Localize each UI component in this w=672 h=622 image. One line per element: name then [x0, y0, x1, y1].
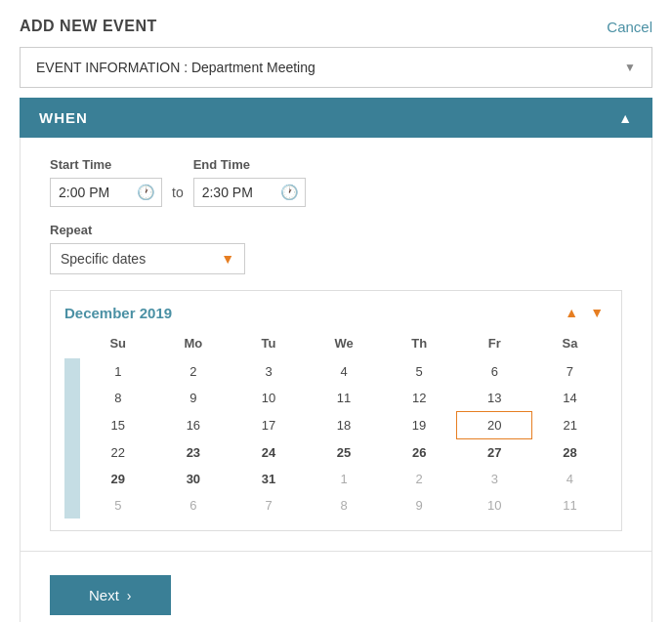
- day-header-sa: Sa: [532, 332, 608, 358]
- calendar-day-cell[interactable]: 7: [231, 492, 306, 518]
- calendar-day-cell[interactable]: 7: [532, 358, 608, 385]
- day-header-tu: Tu: [231, 332, 306, 358]
- week-col-header: [64, 332, 80, 358]
- calendar-day-cell[interactable]: 31: [231, 466, 306, 492]
- calendar-day-cell[interactable]: 13: [457, 385, 532, 412]
- week-marker-cell: [64, 439, 80, 467]
- when-section-header[interactable]: WHEN ▲: [20, 98, 652, 138]
- calendar-day-cell[interactable]: 2: [155, 358, 231, 385]
- calendar-day-cell[interactable]: 22: [80, 439, 155, 467]
- footer-row: Next ›: [20, 552, 652, 622]
- calendar-day-cell[interactable]: 20: [457, 412, 532, 439]
- calendar-week-row: 1234567: [64, 358, 608, 385]
- next-button-label: Next: [89, 587, 119, 603]
- to-label: to: [172, 185, 184, 200]
- calendar-day-cell[interactable]: 29: [80, 466, 155, 492]
- calendar-day-cell[interactable]: 18: [307, 412, 382, 439]
- week-marker-cell: [64, 492, 80, 518]
- end-time-group: End Time 🕐: [193, 157, 306, 207]
- week-marker-cell: [64, 385, 80, 412]
- modal-container: ADD NEW EVENT Cancel EVENT INFORMATION :…: [0, 0, 672, 622]
- calendar-day-cell[interactable]: 12: [382, 385, 457, 412]
- calendar-week-row: 22232425262728: [64, 439, 608, 467]
- event-info-arrow: ▼: [624, 61, 636, 74]
- calendar: December 2019 ▲ ▼ Su Mo Tu We Th Fr: [50, 290, 622, 531]
- when-section-body: Start Time 🕐 to End Time 🕐 Repeat Specif…: [20, 138, 652, 552]
- calendar-nav: ▲ ▼: [561, 303, 608, 322]
- end-time-input-wrap[interactable]: 🕐: [193, 178, 306, 207]
- start-time-label: Start Time: [50, 157, 162, 172]
- calendar-day-cell[interactable]: 1: [307, 466, 382, 492]
- calendar-day-cell[interactable]: 8: [307, 492, 382, 518]
- calendar-week-row: 2930311234: [64, 466, 608, 492]
- repeat-group: Repeat Specific dates ▼: [50, 223, 622, 274]
- calendar-day-cell[interactable]: 21: [532, 412, 608, 439]
- event-info-label: EVENT INFORMATION : Department Meeting: [36, 60, 315, 75]
- calendar-day-cell[interactable]: 14: [532, 385, 608, 412]
- calendar-day-cell[interactable]: 6: [155, 492, 231, 518]
- calendar-day-cell[interactable]: 28: [532, 439, 608, 467]
- calendar-day-cell[interactable]: 9: [382, 492, 457, 518]
- calendar-day-cell[interactable]: 9: [155, 385, 231, 412]
- day-header-fr: Fr: [457, 332, 532, 358]
- calendar-day-cell[interactable]: 16: [155, 412, 231, 439]
- end-time-label: End Time: [193, 157, 306, 172]
- modal-title: ADD NEW EVENT: [20, 18, 157, 35]
- repeat-label: Repeat: [50, 223, 622, 237]
- modal-header: ADD NEW EVENT Cancel: [0, 0, 672, 47]
- calendar-day-cell[interactable]: 4: [532, 466, 608, 492]
- calendar-day-cell[interactable]: 30: [155, 466, 231, 492]
- calendar-day-cell[interactable]: 19: [382, 412, 457, 439]
- calendar-day-cell[interactable]: 27: [457, 439, 532, 467]
- calendar-month-title: December 2019: [64, 305, 172, 321]
- week-marker-cell: [64, 466, 80, 492]
- end-time-clock-icon: 🕐: [280, 184, 299, 201]
- calendar-week-row: 891011121314: [64, 385, 608, 412]
- calendar-day-cell[interactable]: 11: [532, 492, 608, 518]
- repeat-value: Specific dates: [61, 251, 146, 267]
- calendar-day-cell[interactable]: 6: [457, 358, 532, 385]
- when-chevron-icon: ▲: [618, 110, 633, 126]
- event-info-dropdown[interactable]: EVENT INFORMATION : Department Meeting ▼: [20, 47, 652, 88]
- calendar-day-cell[interactable]: 8: [80, 385, 155, 412]
- calendar-day-cell[interactable]: 26: [382, 439, 457, 467]
- calendar-next-button[interactable]: ▼: [586, 303, 608, 322]
- cancel-button[interactable]: Cancel: [607, 19, 652, 35]
- calendar-day-cell[interactable]: 23: [155, 439, 231, 467]
- day-header-su: Su: [80, 332, 155, 358]
- calendar-prev-button[interactable]: ▲: [561, 303, 582, 322]
- calendar-day-cell[interactable]: 2: [382, 466, 457, 492]
- calendar-day-cell[interactable]: 5: [382, 358, 457, 385]
- next-button[interactable]: Next ›: [50, 575, 171, 615]
- calendar-day-cell[interactable]: 10: [457, 492, 532, 518]
- time-row: Start Time 🕐 to End Time 🕐: [50, 157, 622, 207]
- calendar-week-row: 15161718192021: [64, 412, 608, 439]
- calendar-day-cell[interactable]: 11: [307, 385, 382, 412]
- start-time-input[interactable]: [59, 185, 137, 200]
- start-time-input-wrap[interactable]: 🕐: [50, 178, 162, 207]
- day-header-mo: Mo: [155, 332, 231, 358]
- calendar-day-cell[interactable]: 1: [80, 358, 155, 385]
- week-marker-cell: [64, 358, 80, 385]
- calendar-day-cell[interactable]: 3: [457, 466, 532, 492]
- calendar-week-row: 567891011: [64, 492, 608, 518]
- calendar-day-cell[interactable]: 17: [231, 412, 306, 439]
- calendar-day-cell[interactable]: 10: [231, 385, 306, 412]
- calendar-day-cell[interactable]: 25: [307, 439, 382, 467]
- day-header-th: Th: [382, 332, 457, 358]
- calendar-day-cell[interactable]: 3: [231, 358, 306, 385]
- repeat-select[interactable]: Specific dates ▼: [50, 243, 245, 274]
- calendar-header: December 2019 ▲ ▼: [64, 303, 608, 322]
- day-header-we: We: [307, 332, 382, 358]
- start-time-group: Start Time 🕐: [50, 157, 162, 207]
- calendar-day-cell[interactable]: 5: [80, 492, 155, 518]
- repeat-dropdown-arrow: ▼: [221, 251, 234, 267]
- calendar-day-cell[interactable]: 15: [80, 412, 155, 439]
- calendar-grid: Su Mo Tu We Th Fr Sa 1234567891011121314…: [64, 332, 608, 518]
- end-time-input[interactable]: [202, 185, 280, 200]
- when-title: WHEN: [39, 109, 88, 126]
- week-marker-cell: [64, 412, 80, 439]
- start-time-clock-icon: 🕐: [137, 184, 155, 201]
- calendar-day-cell[interactable]: 4: [307, 358, 382, 385]
- calendar-day-cell[interactable]: 24: [231, 439, 306, 467]
